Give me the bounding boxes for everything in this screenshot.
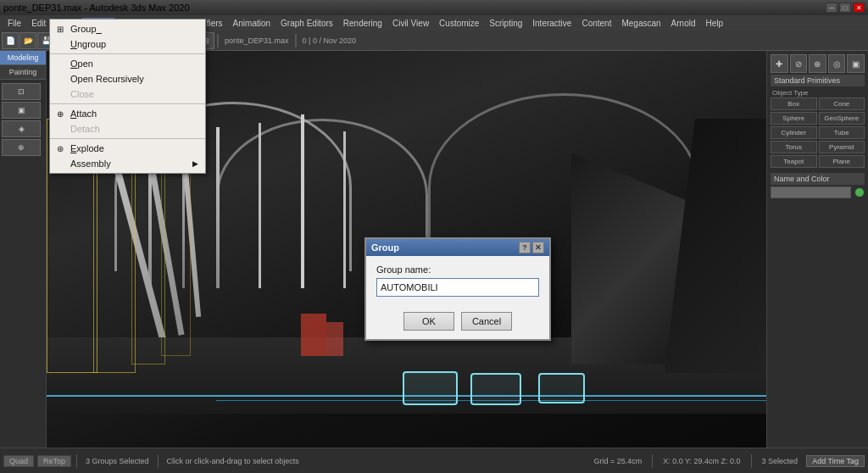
menu-megascan[interactable]: Megascan [617,18,665,29]
ctx-explode[interactable]: ⊛ Explode [50,141,205,156]
plane-btn[interactable]: Plane [819,155,865,168]
box-btn[interactable]: Box [771,97,817,110]
status-count: 3 Selected [759,457,802,465]
open-rec-icon [54,73,66,85]
status-retop: ReTop [37,455,71,467]
left-tools: ⊡ ▣ ◈ ⊕ [0,80,46,159]
ctx-group[interactable]: ⊞ Group_ [50,21,205,36]
left-tool-4[interactable]: ⊕ [2,139,41,156]
sphere-btn[interactable]: Sphere [771,112,817,125]
context-menu: ⊞ Group_ Ungroup Open Open Recursively C… [49,19,206,174]
ctx-group-label: Group_ [70,24,102,34]
ctx-ungroup-label: Ungroup [70,39,106,49]
torus-btn[interactable]: Torus [771,141,817,153]
status-sep-1 [76,454,77,468]
menu-rendering[interactable]: Rendering [339,18,387,29]
new-button[interactable]: 📄 [2,32,19,49]
menu-content[interactable]: Content [577,18,615,29]
dialog-close-button[interactable]: ✕ [532,242,544,253]
status-grid: Grid = 25.4cm [590,457,645,465]
ungroup-icon [54,38,66,50]
geosphere-btn[interactable]: GeoSphere [819,112,865,125]
dialog-title: Group [371,242,399,253]
object-type-grid: Box Cone Sphere GeoSphere Cylinder Tube … [771,97,865,168]
object-name-field[interactable] [771,186,851,198]
display-btn[interactable]: ▣ [847,54,865,73]
cable-4 [259,123,261,288]
menu-file[interactable]: File [3,18,25,29]
ctx-assembly[interactable]: Assembly ▶ [50,156,205,171]
selection-yellow-4 [161,170,191,356]
red-element-1 [301,314,326,356]
object-type-section: Standard Primitives Object Type Box Cone… [771,75,865,168]
rp-tool-row-1: ✚ ⊘ ⊕ ◎ ▣ [771,54,865,73]
modify-panel-btn[interactable]: ⊘ [790,54,808,73]
selection-yellow-3 [131,153,165,364]
object-type-label: Object Type [771,88,865,97]
assembly-arrow: ▶ [192,159,198,168]
cable-3 [216,127,220,288]
ctx-close: Close [50,86,205,102]
teapot-btn[interactable]: Teapot [771,155,817,168]
create-panel-btn[interactable]: ✚ [771,54,788,73]
ctx-detach-label: Detach [70,124,100,134]
ctx-open[interactable]: Open [50,56,205,71]
left-panel: Modeling Painting ⊡ ▣ ◈ ⊕ [0,51,47,448]
minimize-button[interactable]: ─ [826,3,837,13]
modeling-tab[interactable]: Modeling [0,51,46,65]
ctx-close-label: Close [70,89,94,99]
ctx-attach-label: Attach [70,109,97,119]
pyramid-btn[interactable]: Pyramid [819,141,865,153]
motion-btn[interactable]: ◎ [828,54,846,73]
red-element-2 [326,322,343,356]
ctx-sep-2 [50,103,205,104]
open-button[interactable]: 📂 [19,32,36,49]
close-icon [54,88,66,100]
ctx-ungroup[interactable]: Ungroup [50,36,205,52]
window-controls: ─ □ ✕ [826,3,865,13]
ctx-sep-3 [50,138,205,139]
left-tool-2[interactable]: ▣ [2,102,41,119]
ctx-open-recursively[interactable]: Open Recursively [50,71,205,86]
menu-interactive[interactable]: Interactive [528,18,576,29]
dialog-controls: ? ✕ [519,242,544,253]
ctx-sep-1 [50,53,205,54]
group-name-input[interactable] [376,278,539,297]
dialog-cancel-button[interactable]: Cancel [461,312,512,331]
left-tool-3[interactable]: ◈ [2,120,41,137]
hierarchy-btn[interactable]: ⊕ [809,54,826,73]
assembly-icon [54,158,66,170]
menu-edit[interactable]: Edit [27,18,50,29]
status-sep-3 [652,454,653,468]
title-bar: ponte_DEP31.max - Autodesk 3ds Max 2020 … [0,0,868,15]
menu-graph-editors[interactable]: Graph Editors [276,18,337,29]
menu-arnold[interactable]: Arnold [667,18,700,29]
maximize-button[interactable]: □ [839,3,851,13]
dialog-ok-button[interactable]: OK [403,312,454,331]
status-quad: Quad [3,455,34,467]
group-dialog[interactable]: Group ? ✕ Group name: OK Cancel [364,237,551,341]
right-panel: ✚ ⊘ ⊕ ◎ ▣ Standard Primitives Object Typ… [766,51,868,448]
menu-customize[interactable]: Customize [435,18,483,29]
close-button[interactable]: ✕ [853,3,865,13]
add-time-tag-btn[interactable]: Add Time Tag [806,455,865,467]
cone-btn[interactable]: Cone [819,97,865,110]
status-hint: Click or click-and-drag to select object… [164,457,303,465]
status-selected: 3 Groups Selected [82,457,153,465]
menu-civil-view[interactable]: Civil View [388,18,433,29]
menu-animation[interactable]: Animation [229,18,275,29]
cable-6 [343,131,346,288]
left-tool-1[interactable]: ⊡ [2,83,41,100]
dialog-title-bar: Group ? ✕ [366,239,549,256]
menu-scripting[interactable]: Scripting [485,18,526,29]
painting-tab[interactable]: Painting [0,65,46,80]
ctx-open-recursively-label: Open Recursively [70,74,144,84]
cylinder-btn[interactable]: Cylinder [771,126,817,139]
menu-help[interactable]: Help [701,18,727,29]
dialog-label: Group name: [376,264,539,275]
scene-name: ponte_DEP31.max [221,36,292,45]
object-color-swatch[interactable] [854,187,865,198]
dialog-help-button[interactable]: ? [519,242,531,253]
ctx-attach[interactable]: ⊕ Attach [50,106,205,121]
tube-btn[interactable]: Tube [819,126,865,139]
